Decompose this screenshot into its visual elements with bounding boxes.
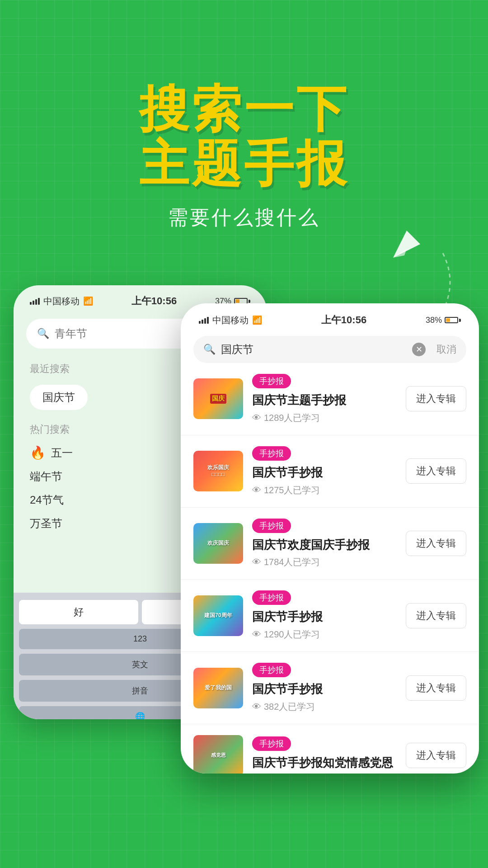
eye-icon-2: 👁 [252,485,261,495]
result-item-5[interactable]: 爱了我的国 手抄报 国庆节手抄报 👁 382人已学习 进入专辑 [181,652,479,724]
front-wifi-icon: 📶 [252,315,262,325]
result-thumb-1: 国庆 [193,378,243,419]
result-views-4: 👁 1290人已学习 [252,628,397,641]
front-phone-time: 上午10:56 [321,313,366,327]
signal-icon [30,297,40,305]
result-thumb-5: 爱了我的国 [193,668,243,708]
back-phone-time: 上午10:56 [131,294,177,308]
phones-container: 中国移动 📶 上午10:56 37% 🔍 [0,267,488,774]
result-badge-3: 手抄报 [252,519,291,533]
hero-section: 搜索一下 主题手报 需要什么搜什么 [0,0,488,231]
recent-tag[interactable]: 国庆节 [30,385,88,410]
result-badge-4: 手抄报 [252,590,291,605]
page-wrapper: 搜索一下 主题手报 需要什么搜什么 [0,0,488,868]
hero-title-line1: 搜索一下 [0,81,488,136]
hero-title-line2: 主题手报 [0,136,488,191]
paper-plane-icon [389,226,425,262]
key-hao[interactable]: 好 [19,600,138,624]
result-badge-2: 手抄报 [252,446,291,461]
eye-icon-1: 👁 [252,413,261,423]
hot-item-2-label: 端午节 [30,469,62,484]
enter-album-btn-1[interactable]: 进入专辑 [406,386,466,411]
result-badge-1: 手抄报 [252,374,291,388]
front-battery-icon [445,317,461,323]
result-info-2: 手抄报 国庆节手抄报 👁 1275人已学习 [252,446,397,496]
eye-icon-5: 👁 [252,702,261,712]
fire-icon: 🔥 [30,445,46,460]
front-phone-status-left: 中国移动 📶 [199,314,262,326]
result-info-1: 手抄报 国庆节主题手抄报 👁 1289人已学习 [252,374,397,424]
enter-album-btn-4[interactable]: 进入专辑 [406,603,466,628]
front-phone-battery-pct: 38% [426,316,442,325]
result-thumb-2: 欢乐国庆□□□□ [193,451,243,491]
search-icon: 🔍 [37,328,49,340]
back-phone-status-left: 中国移动 📶 [30,295,93,307]
result-item-4[interactable]: 建国70周年 手抄报 国庆节手抄报 👁 1290人已学习 进入专辑 [181,580,479,652]
hot-item-4-label: 万圣节 [30,516,62,531]
front-phone-search-bar[interactable]: 🔍 国庆节 ✕ 取消 [193,336,466,363]
front-phone: 中国移动 📶 上午10:56 38% 🔍 国庆节 [181,303,479,774]
result-badge-5: 手抄报 [252,663,291,677]
wifi-icon: 📶 [83,296,93,306]
result-thumb-3: 欢庆国庆 [193,523,243,564]
result-title-4: 国庆节手抄报 [252,609,397,625]
front-signal-icon [199,316,209,324]
front-search-query: 国庆节 [221,342,407,357]
result-views-1: 👁 1289人已学习 [252,412,397,424]
result-item-6[interactable]: 感党恩 手抄报 国庆节手抄报知党情感党恩 进入专辑 [181,724,479,774]
result-title-5: 国庆节手抄报 [252,682,397,697]
results-list: 国庆 手抄报 国庆节主题手抄报 👁 1289人已学习 进入专辑 [181,363,479,774]
result-title-3: 国庆节欢度国庆手抄报 [252,538,397,553]
eye-icon-3: 👁 [252,557,261,567]
hot-item-3-label: 24节气 [30,493,64,507]
result-item-3[interactable]: 欢庆国庆 手抄报 国庆节欢度国庆手抄报 👁 1784人已学习 进入专辑 [181,508,479,580]
eye-icon-4: 👁 [252,629,261,640]
back-phone-carrier: 中国移动 [43,295,80,307]
front-search-icon: 🔍 [203,344,216,355]
result-info-4: 手抄报 国庆节手抄报 👁 1290人已学习 [252,590,397,641]
enter-album-btn-5[interactable]: 进入专辑 [406,675,466,701]
result-badge-6: 手抄报 [252,736,291,751]
result-title-1: 国庆节主题手抄报 [252,393,397,408]
svg-marker-0 [393,231,420,258]
result-thumb-6: 感党恩 [193,735,243,774]
result-item-1[interactable]: 国庆 手抄报 国庆节主题手抄报 👁 1289人已学习 进入专辑 [181,363,479,435]
result-views-3: 👁 1784人已学习 [252,556,397,568]
result-views-5: 👁 382人已学习 [252,701,397,713]
result-title-6: 国庆节手抄报知党情感党恩 [252,755,397,771]
front-phone-status-right: 38% [426,316,461,325]
result-thumb-4: 建国70周年 [193,595,243,636]
clear-search-button[interactable]: ✕ [412,343,426,356]
front-cancel-btn[interactable]: 取消 [436,343,456,356]
result-item-2[interactable]: 欢乐国庆□□□□ 手抄报 国庆节手抄报 👁 1275人已学习 进入专辑 [181,435,479,508]
result-info-5: 手抄报 国庆节手抄报 👁 382人已学习 [252,663,397,713]
enter-album-btn-6[interactable]: 进入专辑 [406,743,466,768]
enter-album-btn-2[interactable]: 进入专辑 [406,458,466,484]
result-title-2: 国庆节手抄报 [252,465,397,481]
result-info-3: 手抄报 国庆节欢度国庆手抄报 👁 1784人已学习 [252,519,397,569]
result-views-2: 👁 1275人已学习 [252,484,397,496]
hot-item-1-label: 五一 [51,446,73,460]
front-phone-status-bar: 中国移动 📶 上午10:56 38% [181,303,479,327]
front-phone-carrier: 中国移动 [212,314,249,326]
enter-album-btn-3[interactable]: 进入专辑 [406,531,466,556]
result-info-6: 手抄报 国庆节手抄报知党情感党恩 [252,736,397,774]
